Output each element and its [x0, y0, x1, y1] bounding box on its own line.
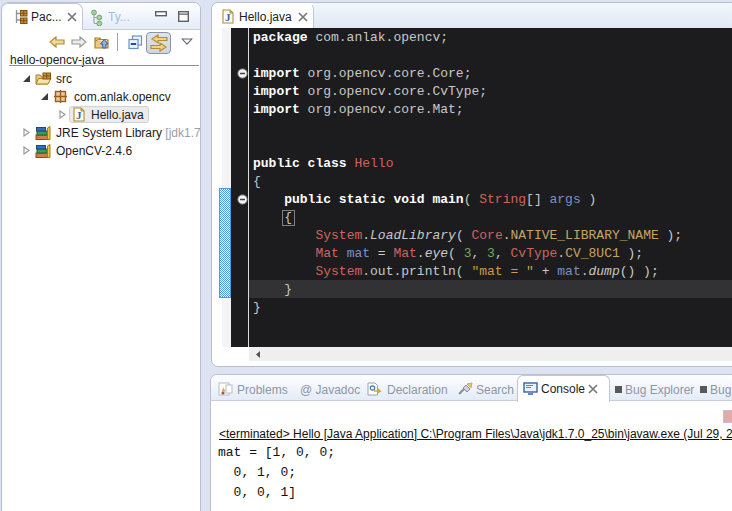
- svg-text:J: J: [76, 109, 82, 121]
- svg-text:J: J: [225, 11, 231, 23]
